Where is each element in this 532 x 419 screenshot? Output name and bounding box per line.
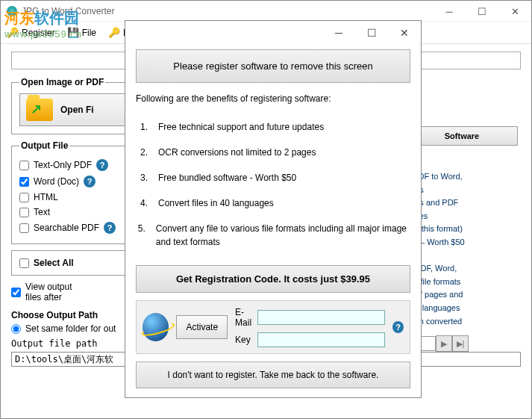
help-icon[interactable]: ? — [84, 176, 96, 187]
same-folder-radio[interactable] — [11, 324, 21, 334]
folder-open-icon: ↗ — [26, 99, 53, 121]
output-option[interactable]: Text — [19, 205, 122, 220]
main-titlebar: JPG to Word Converter ─ ☐ ✕ — [1, 1, 531, 22]
output-legend: Output File — [19, 140, 69, 151]
email-input[interactable] — [257, 310, 385, 325]
output-option[interactable]: Word (Doc) ? — [19, 173, 122, 190]
dialog-minimize-button[interactable]: ─ — [322, 22, 355, 44]
right-column: Software es d PDF to Word,matsages and P… — [406, 126, 518, 352]
view-output-label: View output files after — [25, 282, 72, 302]
key-icon: 🔑 — [108, 27, 120, 39]
app-icon — [7, 6, 17, 16]
output-option[interactable]: HTML — [19, 190, 122, 205]
select-all-row[interactable]: Select All — [11, 250, 131, 276]
output-fieldset: Output File Text-Only PDF ?Word (Doc) ?H… — [11, 140, 131, 244]
output-checkbox[interactable] — [19, 223, 29, 233]
toolbar-file[interactable]: 💾File — [67, 27, 96, 39]
open-file-button[interactable]: ↗ Open Fi — [19, 93, 131, 126]
select-all-checkbox[interactable] — [19, 258, 29, 268]
dialog-close-button[interactable]: ✕ — [388, 22, 421, 44]
no-register-button[interactable]: I don't want to register. Take me back t… — [136, 361, 410, 388]
register-dialog: ─ ☐ ✕ Please register software to remove… — [125, 20, 422, 398]
page-prev-button[interactable]: ▶ — [436, 335, 452, 352]
key-input[interactable] — [257, 332, 385, 347]
main-close-button[interactable]: ✕ — [498, 1, 531, 22]
get-code-button[interactable]: Get Registration Code. It costs just $39… — [136, 265, 410, 293]
help-icon[interactable]: ? — [392, 321, 404, 333]
help-icon[interactable]: ? — [104, 222, 116, 234]
benefit-item: 3.Free bundled software - Worth $50 — [136, 165, 410, 190]
output-checkbox[interactable] — [19, 208, 29, 217]
output-option[interactable]: Text-Only PDF ? — [19, 157, 122, 173]
activate-button[interactable]: Activate — [176, 315, 228, 339]
open-fieldset: Open Image or PDF ↗ Open Fi — [11, 77, 140, 134]
output-checkbox[interactable] — [19, 193, 29, 202]
benefits-list: 1.Free technical support and future upda… — [136, 114, 410, 255]
output-checkbox[interactable] — [19, 161, 29, 170]
key-icon: 🔑 — [7, 27, 19, 39]
benefit-item: 1.Free technical support and future upda… — [136, 114, 410, 140]
main-minimize-button[interactable]: ─ — [433, 1, 466, 22]
benefit-item: 4.Convert files in 40 languages — [136, 190, 410, 216]
email-label: E-Mail — [235, 307, 251, 328]
benefits-intro: Following are the benefits of registerin… — [136, 93, 410, 104]
output-option[interactable]: Searchable PDF ? — [19, 220, 122, 236]
features-heading: es — [406, 150, 518, 166]
main-maximize-button[interactable]: ☐ — [466, 1, 498, 22]
globe-icon — [143, 313, 169, 341]
register-banner: Please register software to remove this … — [136, 49, 410, 83]
open-legend: Open Image or PDF — [19, 77, 105, 87]
help-icon[interactable]: ? — [96, 159, 108, 171]
activate-row: Activate E-Mail Key ? — [136, 300, 410, 354]
benefit-item: 2.OCR conversions not limited to 2 pages — [136, 140, 410, 165]
page-next-button[interactable]: ▶| — [452, 335, 469, 352]
software-button[interactable]: Software — [406, 126, 518, 146]
view-output-checkbox[interactable] — [11, 288, 21, 297]
dialog-maximize-button[interactable]: ☐ — [355, 22, 388, 44]
output-checkbox[interactable] — [19, 177, 29, 187]
save-icon: 💾 — [67, 27, 79, 39]
toolbar-register-1[interactable]: 🔑Register — [7, 27, 55, 39]
benefit-item: 5.Convert any file to various file forma… — [136, 216, 410, 255]
window-title: JPG to Word Converter — [22, 6, 115, 16]
key-label: Key — [235, 335, 251, 345]
